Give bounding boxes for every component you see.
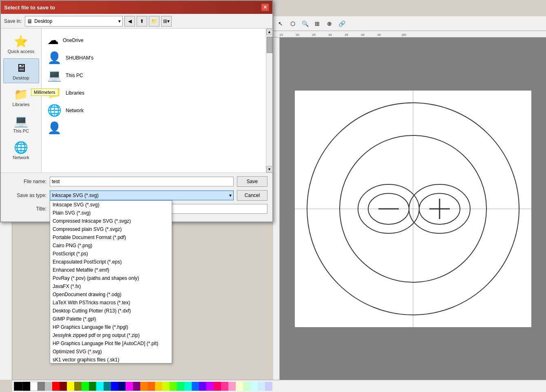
anchor-btn[interactable]: ⊕ bbox=[324, 18, 335, 29]
nav-item-desktop[interactable]: 🖥 Desktop bbox=[3, 58, 39, 83]
file-name-label: File name: bbox=[6, 179, 46, 184]
palette-swatch[interactable] bbox=[118, 382, 126, 391]
palette-swatch[interactable] bbox=[214, 382, 221, 391]
save-as-type-label: Save as type: bbox=[6, 193, 46, 198]
new-folder-btn[interactable]: 📁 bbox=[149, 16, 159, 27]
type-option-plt[interactable]: HP Graphics Language Plot file [AutoCAD]… bbox=[50, 339, 172, 348]
scroll-up[interactable]: ▲ bbox=[266, 29, 273, 35]
palette-swatch[interactable] bbox=[206, 382, 214, 391]
save-in-combo[interactable]: 🖥 Desktop ▾ bbox=[25, 16, 123, 27]
type-select-box[interactable]: Inkscape SVG (*.svg) ▾ bbox=[50, 190, 234, 200]
type-option-compressed-plain[interactable]: Compressed plain SVG (*.svgz) bbox=[50, 225, 172, 233]
palette-swatch[interactable] bbox=[52, 382, 60, 391]
palette-swatch[interactable] bbox=[155, 382, 162, 391]
file-item-onedrive[interactable]: ☁ OneDrive bbox=[45, 32, 263, 49]
svg-text:45: 45 bbox=[377, 33, 381, 37]
file-list-scrollbar[interactable]: ▲ ▼ bbox=[266, 29, 272, 173]
nav-item-quick-access[interactable]: ⭐ Quick access bbox=[3, 32, 39, 57]
file-item-network[interactable]: 🌐 Network bbox=[45, 102, 263, 119]
close-button[interactable]: ✕ bbox=[261, 3, 269, 11]
file-item-more[interactable]: 👤 bbox=[45, 120, 263, 136]
palette-swatch[interactable] bbox=[67, 382, 74, 391]
nav-item-libraries[interactable]: 📁 Libraries bbox=[3, 85, 39, 110]
file-item-shubham[interactable]: 👤 SHUBHAM's bbox=[45, 49, 263, 66]
thispc-icon: 💻 bbox=[47, 69, 62, 82]
palette-swatch[interactable] bbox=[82, 382, 89, 391]
nav-sidebar: ⭐ Quick access 🖥 Desktop 📁 Libraries 💻 T… bbox=[1, 29, 42, 173]
type-option-optimized-svg[interactable]: Optimized SVG (*.svg) bbox=[50, 348, 172, 356]
palette-swatch[interactable] bbox=[258, 382, 265, 391]
title-label: Title: bbox=[6, 206, 46, 212]
nav-up-btn[interactable]: ⬆ bbox=[137, 16, 147, 27]
file-name-input[interactable] bbox=[50, 177, 234, 186]
palette-swatch[interactable] bbox=[221, 382, 228, 391]
palette-swatch[interactable] bbox=[126, 382, 133, 391]
type-option-gpl[interactable]: GIMP Palette (*.gpl) bbox=[50, 315, 172, 323]
palette-swatch[interactable] bbox=[170, 382, 177, 391]
palette-swatch[interactable] bbox=[250, 382, 258, 391]
palette-swatch[interactable] bbox=[96, 382, 104, 391]
select-tool-btn[interactable]: ↖ bbox=[275, 18, 286, 29]
type-select-value: Inkscape SVG (*.svg) bbox=[52, 193, 99, 198]
type-option-odg[interactable]: OpenDocument drawing (*.odg) bbox=[50, 290, 172, 299]
palette-swatch[interactable] bbox=[148, 382, 155, 391]
save-in-value: Desktop bbox=[34, 18, 52, 24]
file-item-libraries[interactable]: 📁 Libraries bbox=[45, 84, 263, 101]
color-palette: ✕ bbox=[12, 380, 546, 392]
type-option-png[interactable]: Cairo PNG (*.png) bbox=[50, 241, 172, 250]
palette-swatch[interactable] bbox=[228, 382, 236, 391]
palette-swatch[interactable] bbox=[133, 382, 140, 391]
type-option-sk1[interactable]: sK1 vector graphics files (.sk1) bbox=[50, 356, 172, 363]
palette-swatch[interactable] bbox=[89, 382, 96, 391]
view-options-btn[interactable]: ⊞▾ bbox=[161, 16, 172, 27]
palette-swatch[interactable] bbox=[30, 382, 38, 391]
dialog-toolbar: Save in: 🖥 Desktop ▾ ◀ ⬆ 📁 ⊞▾ bbox=[1, 14, 272, 29]
type-option-pov[interactable]: PovRay (*.pov) (paths and shapes only) bbox=[50, 274, 172, 282]
scroll-down[interactable]: ▼ bbox=[266, 166, 273, 173]
type-option-hpgl[interactable]: HP Graphics Language file (*.hpgl) bbox=[50, 323, 172, 331]
type-option-emf[interactable]: Enhanced Metafile (*.emf) bbox=[50, 266, 172, 274]
palette-swatch[interactable] bbox=[265, 382, 272, 391]
type-option-compressed-inkscape[interactable]: Compressed Inkscape SVG (*.svgz) bbox=[50, 217, 172, 225]
transform-btn[interactable]: ⊞ bbox=[312, 18, 323, 29]
save-button[interactable]: Save bbox=[237, 176, 267, 187]
palette-swatch[interactable] bbox=[192, 382, 199, 391]
nav-back-btn[interactable]: ◀ bbox=[124, 16, 135, 27]
palette-swatch[interactable] bbox=[111, 382, 118, 391]
type-option-plain-svg[interactable]: Plain SVG (*.svg) bbox=[50, 209, 172, 217]
palette-swatch[interactable] bbox=[236, 382, 243, 391]
type-option-tex[interactable]: LaTeX With PSTricks macros (*.tex) bbox=[50, 299, 172, 307]
type-option-eps[interactable]: Encapsulated PostScript (*.eps) bbox=[50, 258, 172, 266]
nav-item-this-pc[interactable]: 💻 This PC bbox=[3, 111, 39, 136]
palette-swatch[interactable] bbox=[23, 382, 30, 391]
palette-swatch[interactable] bbox=[104, 382, 111, 391]
palette-swatch[interactable] bbox=[177, 382, 184, 391]
type-option-ps[interactable]: PostScript (*.ps) bbox=[50, 250, 172, 258]
type-option-zip[interactable]: Jessylnk zipped pdf or png output (*.zip… bbox=[50, 331, 172, 339]
palette-swatch[interactable] bbox=[38, 382, 45, 391]
palette-swatch[interactable] bbox=[74, 382, 82, 391]
palette-swatch[interactable] bbox=[60, 382, 67, 391]
type-option-pdf[interactable]: Portable Document Format (*.pdf) bbox=[50, 233, 172, 241]
color-none[interactable]: ✕ bbox=[14, 382, 23, 391]
palette-swatch[interactable] bbox=[140, 382, 148, 391]
type-option-inkscape-svg[interactable]: Inkscape SVG (*.svg) bbox=[50, 201, 172, 209]
palette-swatch[interactable] bbox=[184, 382, 192, 391]
link-btn[interactable]: 🔗 bbox=[336, 18, 347, 29]
palette-swatch[interactable] bbox=[162, 382, 170, 391]
scroll-thumb[interactable] bbox=[267, 37, 272, 53]
palette-swatch[interactable] bbox=[243, 382, 250, 391]
palette-swatch[interactable] bbox=[45, 382, 52, 391]
file-item-thispc[interactable]: 💻 This PC bbox=[45, 67, 263, 84]
file-list: ☁ OneDrive 👤 SHUBHAM's 💻 This PC 📁 Libra… bbox=[42, 29, 266, 173]
palette-swatch[interactable] bbox=[199, 382, 206, 391]
type-option-dxf[interactable]: Desktop Cutting Plotter (R13) (*.dxf) bbox=[50, 307, 172, 315]
node-tool-btn[interactable]: ⬡ bbox=[287, 18, 298, 29]
cancel-button[interactable]: Cancel bbox=[237, 190, 267, 201]
type-option-javafx[interactable]: JavaFX (*.fx) bbox=[50, 282, 172, 290]
this-pc-icon: 💻 bbox=[14, 114, 28, 128]
zoom-tool-btn[interactable]: 🔍 bbox=[299, 18, 311, 29]
type-select-wrapper: Inkscape SVG (*.svg) ▾ Inkscape SVG (*.s… bbox=[50, 190, 234, 200]
nav-item-network[interactable]: 🌐 Network bbox=[3, 138, 39, 163]
svg-text:|50: |50 bbox=[402, 33, 407, 37]
